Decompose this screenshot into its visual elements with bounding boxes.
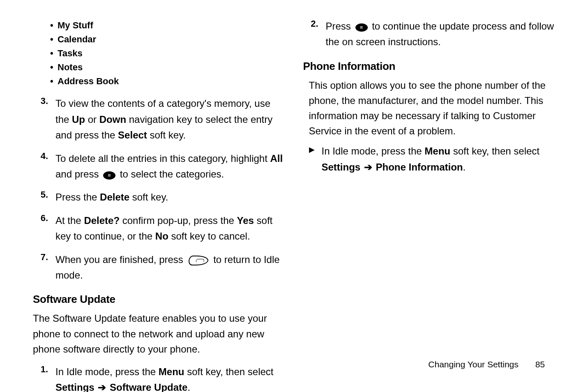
text-bold: Menu: [424, 145, 450, 157]
step-4: 4. To delete all the entries in this cat…: [33, 151, 285, 182]
text: to select the categories.: [117, 168, 224, 180]
instruction-text: In Idle mode, press the Menu soft key, t…: [322, 143, 556, 175]
step-number: 2.: [303, 18, 326, 50]
step-1: 1. In Idle mode, press the Menu soft key…: [33, 364, 285, 392]
text: soft key to cancel.: [168, 231, 250, 242]
step-5: 5. Press the Delete soft key.: [33, 189, 285, 205]
text: To delete all the entries in this catego…: [55, 153, 270, 164]
text: Press: [326, 21, 354, 32]
step-number: 3.: [33, 96, 55, 143]
left-column: My Stuff Calendar Tasks Notes Address Bo…: [33, 18, 294, 374]
step-number: 7.: [33, 252, 55, 284]
text: soft key.: [147, 129, 186, 141]
text-bold: Delete: [100, 191, 129, 203]
text-bold: All: [270, 153, 283, 164]
list-item: Calendar: [58, 32, 285, 46]
text-bold: Select: [118, 129, 147, 141]
text: When you are finished, press: [55, 254, 186, 265]
arrow-right-icon: ➔: [361, 161, 375, 173]
subheading-software-update: Software Update: [33, 293, 285, 306]
page-number: 85: [535, 360, 545, 369]
step-text: Press the Delete soft key.: [55, 189, 285, 205]
text-bold: Delete?: [84, 215, 120, 226]
paragraph: This option allows you to see the phone …: [303, 78, 556, 139]
triangle-bullet-icon: ▶: [303, 143, 322, 175]
text-bold: Yes: [237, 215, 254, 226]
text-bold: Settings: [55, 382, 95, 392]
paragraph: The Software Update feature enables you …: [33, 311, 285, 357]
memory-category-list: My Stuff Calendar Tasks Notes Address Bo…: [33, 18, 285, 88]
step-number: 1.: [33, 364, 55, 392]
right-column: 2. Press to continue the update process …: [294, 18, 556, 374]
arrow-right-icon: ➔: [95, 382, 109, 392]
list-item: Notes: [58, 60, 285, 74]
step-text: To delete all the entries in this catego…: [55, 151, 285, 182]
page-footer: Changing Your Settings 85: [428, 360, 545, 369]
ok-key-icon: [103, 171, 115, 180]
step-text: When you are finished, press to return t…: [55, 252, 285, 284]
text-bold: Settings: [322, 161, 361, 173]
text-bold: Software Update: [110, 382, 187, 392]
text: .: [463, 161, 466, 173]
step-text: To view the contents of a category's mem…: [55, 96, 285, 143]
subheading-phone-information: Phone Information: [303, 60, 556, 73]
text: or: [85, 114, 99, 125]
text: At the: [55, 215, 84, 226]
list-item: Tasks: [58, 46, 285, 60]
text: In Idle mode, press the: [55, 366, 159, 377]
step-7: 7. When you are finished, press to retur…: [33, 252, 285, 284]
text: confirm pop-up, press the: [120, 215, 237, 226]
step-3: 3. To view the contents of a category's …: [33, 96, 285, 143]
text-bold: Up: [72, 114, 85, 125]
list-item: My Stuff: [58, 18, 285, 32]
text: In Idle mode, press the: [322, 145, 425, 157]
text: Press the: [55, 191, 100, 203]
list-item: Address Book: [58, 74, 285, 88]
step-text: In Idle mode, press the Menu soft key, t…: [55, 364, 285, 392]
step-number: 6.: [33, 213, 55, 244]
instruction-item: ▶ In Idle mode, press the Menu soft key,…: [303, 143, 556, 175]
ok-key-icon: [355, 23, 368, 32]
page-container: My Stuff Calendar Tasks Notes Address Bo…: [0, 0, 588, 392]
text: soft key.: [129, 191, 168, 203]
section-title: Changing Your Settings: [428, 360, 519, 369]
text: .: [187, 382, 190, 392]
text-bold: Phone Information: [376, 161, 463, 173]
end-key-icon: [188, 256, 209, 265]
step-text: At the Delete? confirm pop-up, press the…: [55, 213, 285, 244]
text-bold: No: [155, 231, 168, 242]
step-number: 4.: [33, 151, 55, 182]
text: and press: [55, 168, 101, 180]
step-2: 2. Press to continue the update process …: [303, 18, 556, 50]
text-bold: Menu: [159, 366, 184, 377]
step-6: 6. At the Delete? confirm pop-up, press …: [33, 213, 285, 244]
step-number: 5.: [33, 189, 55, 205]
text: soft key, then select: [184, 366, 273, 377]
text: soft key, then select: [450, 145, 540, 157]
text-bold: Down: [99, 114, 126, 125]
step-text: Press to continue the update process and…: [326, 18, 556, 50]
